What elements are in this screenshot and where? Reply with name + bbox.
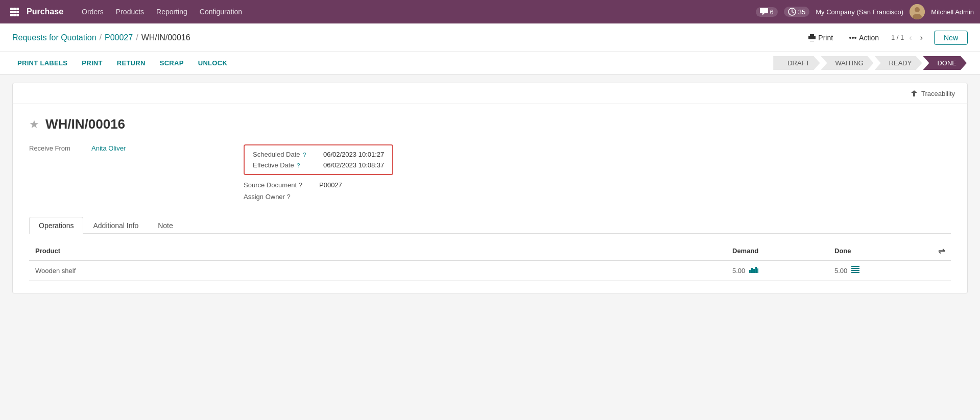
step-ready[interactable]: READY [875,56,922,70]
svg-rect-8 [16,14,19,16]
traceability-bar: Traceability [12,83,968,104]
main-content: Traceability ★ WH/IN/00016 Receive From … [0,75,980,398]
assign-owner-help[interactable]: ? [287,193,291,201]
svg-rect-16 [749,270,751,273]
svg-rect-19 [755,267,757,273]
messages-button[interactable]: 6 [756,7,778,17]
new-button[interactable]: New [934,31,968,45]
col-done-header: Done [828,242,930,260]
svg-rect-0 [10,8,13,10]
top-navigation: Purchase Orders Products Reporting Confi… [0,0,980,23]
header-actions: Print Action 1 / 1 ‹ › New [804,31,968,45]
apps-icon[interactable] [6,4,22,20]
svg-rect-2 [16,8,19,10]
svg-rect-24 [851,272,859,273]
avatar[interactable] [910,4,925,19]
assign-owner-row: Assign Owner ? [244,193,951,201]
nav-configuration[interactable]: Configuration [194,8,248,16]
nav-products[interactable]: Products [110,8,150,16]
assign-owner-label: Assign Owner ? [244,193,315,201]
demand-value: 5.00 [732,267,745,275]
tab-operations[interactable]: Operations [29,217,83,234]
scheduled-date-label: Scheduled Date ? [253,151,319,158]
company-label[interactable]: My Company (San Francisco) [816,8,903,16]
form-card: ★ WH/IN/00016 Receive From Anita Oliver … [12,104,968,293]
activities-count: 35 [798,8,805,16]
sub-toolbar: PRINT LABELS PRINT RETURN SCRAP UNLOCK D… [0,52,980,75]
receive-from-value[interactable]: Anita Oliver [91,144,126,152]
record-title: WH/IN/00016 [45,116,125,132]
scheduled-date-help[interactable]: ? [303,152,306,158]
svg-rect-7 [13,14,16,16]
svg-rect-20 [757,268,758,273]
breadcrumb-po[interactable]: P00027 [105,33,133,42]
messages-count: 6 [770,8,774,16]
source-doc-value: P00027 [319,181,342,189]
scheduled-date-value[interactable]: 06/02/2023 10:01:27 [323,151,384,158]
return-button[interactable]: RETURN [112,57,151,69]
page-navigation: 1 / 1 ‹ › [891,33,926,43]
source-doc-help[interactable]: ? [299,181,302,189]
other-right-fields: Source Document ? P00027 Assign Owner ? [244,181,951,201]
svg-rect-22 [851,268,859,269]
forecast-chart-icon[interactable] [749,266,758,275]
print-button[interactable]: Print [804,32,837,44]
breadcrumb: Requests for Quotation / P00027 / WH/IN/… [12,33,804,42]
breadcrumb-sep-1: / [100,33,102,42]
traceability-button[interactable]: Traceability [906,87,959,100]
traceability-label: Traceability [921,90,955,97]
breadcrumb-sep-2: / [136,33,138,42]
receive-from-label: Receive From [29,144,85,152]
table-row: Wooden shelf 5.00 [29,260,951,281]
svg-rect-6 [10,14,13,16]
receive-from-row: Receive From Anita Oliver [29,144,223,152]
brand-label[interactable]: Purchase [27,7,63,16]
svg-rect-3 [10,11,13,13]
action-button[interactable]: Action [845,32,883,44]
effective-date-help[interactable]: ? [297,162,300,168]
activities-button[interactable]: 35 [784,7,809,17]
print-button-sub[interactable]: PRINT [77,57,108,69]
svg-rect-4 [13,11,16,13]
step-draft[interactable]: DRAFT [773,56,820,70]
user-name-label[interactable]: Mitchell Admin [931,8,974,16]
svg-rect-17 [751,268,753,273]
scrap-button[interactable]: SCRAP [155,57,189,69]
breadcrumb-rfq[interactable]: Requests for Quotation [12,33,97,42]
prev-arrow[interactable]: ‹ [906,33,915,43]
breadcrumb-current: WH/IN/00016 [141,33,190,42]
svg-rect-21 [851,266,859,267]
product-cell: Wooden shelf [29,260,726,281]
effective-date-row: Effective Date ? 06/02/2023 10:08:37 [253,161,384,169]
svg-rect-23 [851,270,859,271]
svg-rect-5 [16,11,19,13]
form-right: Scheduled Date ? 06/02/2023 10:01:27 Eff… [244,144,951,205]
nav-reporting[interactable]: Reporting [150,8,194,16]
status-steps: DRAFT WAITING READY DONE [773,56,968,70]
transfer-settings-icon[interactable]: ⇌ [938,246,945,255]
scheduled-date-row: Scheduled Date ? 06/02/2023 10:01:27 [253,151,384,158]
svg-point-15 [854,37,856,39]
tab-note[interactable]: Note [148,217,183,234]
row-actions-cell [930,260,951,281]
step-done[interactable]: DONE [923,56,967,70]
svg-rect-1 [13,8,16,10]
page-header: Requests for Quotation / P00027 / WH/IN/… [0,23,980,52]
effective-date-value[interactable]: 06/02/2023 10:08:37 [323,161,384,169]
pagination-label: 1 / 1 [891,34,904,41]
col-actions-header: ⇌ [930,242,951,260]
col-demand-header: Demand [726,242,828,260]
next-arrow[interactable]: › [917,33,926,43]
effective-date-label: Effective Date ? [253,161,319,169]
detail-list-icon[interactable] [851,266,859,275]
date-fields-highlighted: Scheduled Date ? 06/02/2023 10:01:27 Eff… [244,144,393,175]
nav-orders[interactable]: Orders [76,8,110,16]
source-doc-label: Source Document ? [244,181,315,189]
unlock-button[interactable]: UNLOCK [193,57,232,69]
step-waiting[interactable]: WAITING [821,56,874,70]
print-labels-button[interactable]: PRINT LABELS [12,57,73,69]
done-cell: 5.00 [828,260,930,281]
record-title-row: ★ WH/IN/00016 [29,116,951,132]
favorite-icon[interactable]: ★ [29,118,39,131]
tab-additional-info[interactable]: Additional Info [83,217,148,234]
